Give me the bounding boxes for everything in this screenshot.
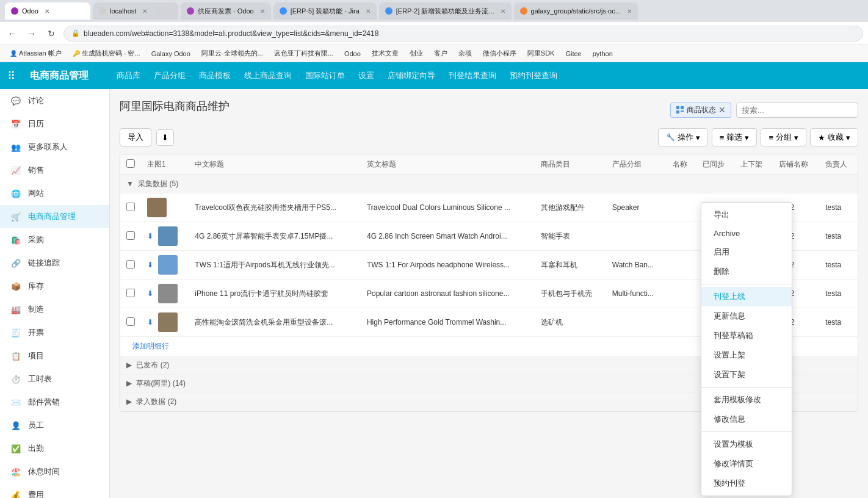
group-toggle-draft[interactable]: ▶ bbox=[126, 379, 132, 388]
sidebar-item-manufacturing[interactable]: 🏭 制造 bbox=[0, 298, 109, 321]
back-button[interactable]: ← bbox=[5, 26, 20, 41]
tab-supplier[interactable]: 供应商发票 - Odoo ✕ bbox=[181, 2, 271, 20]
sidebar-item-inventory[interactable]: 📦 库存 bbox=[0, 275, 109, 298]
add-detail-link[interactable]: 添加明细行 bbox=[126, 339, 175, 353]
bookmark-alisdk[interactable]: 阿里SDK bbox=[523, 48, 560, 59]
menu-export[interactable]: 导出 bbox=[701, 205, 792, 225]
url-bar[interactable]: 🔒 blueaden.com/web#action=3138&model=ali… bbox=[63, 26, 863, 42]
nav-store-binding[interactable]: 店铺绑定向导 bbox=[382, 67, 441, 85]
bookmark-aliyun[interactable]: 阿里云-全球领先的... bbox=[197, 48, 268, 59]
menu-set-online[interactable]: 设置上架 bbox=[701, 345, 792, 365]
menu-set-offline[interactable]: 设置下架 bbox=[701, 365, 792, 384]
group-toggle-input[interactable]: ▶ bbox=[126, 397, 132, 406]
group-button[interactable]: ≡ 分组 ▾ bbox=[761, 128, 806, 146]
tab-favicon bbox=[520, 7, 527, 15]
menu-set-as-template[interactable]: 设置为模板 bbox=[701, 435, 792, 454]
tab-jira2[interactable]: [ERP-2] 新增装箱功能及业务流... ✕ bbox=[379, 2, 512, 20]
menu-delete[interactable]: 删除 bbox=[701, 262, 792, 281]
tab-close[interactable]: ✕ bbox=[142, 8, 147, 15]
tab-favicon bbox=[187, 7, 194, 15]
sidebar-item-discussion[interactable]: 💬 讨论 bbox=[0, 89, 109, 112]
group-header-collected[interactable]: ▼ 采集数据 (5) bbox=[120, 175, 858, 193]
menu-update-info[interactable]: 更新信息 bbox=[701, 306, 792, 326]
bookmark-customer[interactable]: 客户 bbox=[429, 48, 452, 59]
sidebar-item-website[interactable]: 🌐 网站 bbox=[0, 182, 109, 205]
apps-grid-icon[interactable]: ⠿ bbox=[7, 69, 15, 82]
row-checkbox[interactable] bbox=[126, 203, 135, 211]
nav-product-groups[interactable]: 产品分组 bbox=[148, 67, 192, 85]
down-arrow-icon: ⬇ bbox=[147, 232, 153, 240]
select-all-checkbox[interactable] bbox=[126, 159, 135, 168]
bookmark-blue[interactable]: 蓝色亚丁科技有限... bbox=[269, 48, 338, 59]
bookmark-python[interactable]: python bbox=[588, 49, 618, 59]
favorites-button[interactable]: ★ 收藏 ▾ bbox=[810, 128, 858, 146]
menu-scheduled-publish[interactable]: 预约刊登 bbox=[701, 474, 792, 493]
sidebar-item-email-marketing[interactable]: ✉️ 邮件营销 bbox=[0, 391, 109, 414]
sidebar-item-links[interactable]: 🔗 链接追踪 bbox=[0, 251, 109, 275]
sidebar-item-calendar[interactable]: 📅 日历 bbox=[0, 112, 109, 135]
row-checkbox[interactable] bbox=[126, 317, 135, 326]
nav-scheduled-publish[interactable]: 预约刊登查询 bbox=[504, 67, 563, 85]
group-toggle-published[interactable]: ▶ bbox=[126, 361, 132, 369]
bookmark-startup[interactable]: 创业 bbox=[405, 48, 428, 59]
download-button[interactable]: ⬇ bbox=[156, 129, 174, 146]
sidebar-item-expenses[interactable]: 💰 费用 bbox=[0, 483, 109, 498]
row-checkbox[interactable] bbox=[126, 260, 135, 269]
tab-odoo[interactable]: Odoo ✕ bbox=[5, 2, 90, 20]
tab-close[interactable]: ✕ bbox=[45, 8, 49, 15]
row-checkbox[interactable] bbox=[126, 289, 135, 297]
menu-archive[interactable]: Archive bbox=[701, 225, 792, 242]
tab-jira[interactable]: [ERP-5] 装箱功能 - Jira ✕ bbox=[273, 2, 377, 20]
tab-localhost[interactable]: localhost ✕ bbox=[93, 2, 178, 20]
menu-enable[interactable]: 启用 bbox=[701, 242, 792, 262]
sidebar-item-employees[interactable]: 👤 员工 bbox=[0, 414, 109, 437]
menu-modify-info[interactable]: 修改信息 bbox=[701, 410, 792, 429]
tab-galaxy[interactable]: galaxy_group/static/src/js·oc... ✕ bbox=[514, 2, 638, 20]
nav-product-templates[interactable]: 商品模板 bbox=[193, 67, 237, 85]
row-checkbox[interactable] bbox=[126, 231, 135, 240]
sidebar-item-ecommerce[interactable]: 🛒 电商商品管理 bbox=[0, 205, 109, 228]
sidebar-item-invoicing[interactable]: 🧾 开票 bbox=[0, 321, 109, 344]
bookmark-wechat[interactable]: 微信小程序 bbox=[478, 48, 521, 59]
bookmark-gitee[interactable]: Gitee bbox=[560, 49, 586, 59]
time-off-icon: 🏖️ bbox=[10, 466, 22, 478]
sidebar-label: 日历 bbox=[28, 118, 44, 129]
bookmark-odoo[interactable]: Odoo bbox=[339, 49, 366, 59]
refresh-button[interactable]: ↻ bbox=[44, 26, 59, 41]
actions-button[interactable]: 🔧 操作 ▾ bbox=[658, 128, 708, 146]
tab-close[interactable]: ✕ bbox=[501, 8, 505, 15]
sidebar-label: 费用 bbox=[28, 489, 44, 498]
bookmark-galaxy[interactable]: Galaxy Odoo bbox=[146, 49, 195, 59]
bookmark-tech[interactable]: 技术文章 bbox=[367, 48, 403, 59]
bookmark-atlassian[interactable]: 👤 Atlassian 帐户 bbox=[5, 48, 67, 59]
sidebar-item-sales[interactable]: 📈 销售 bbox=[0, 159, 109, 182]
sidebar-item-timesheets[interactable]: ⏱️ 工时表 bbox=[0, 367, 109, 391]
sidebar-item-projects[interactable]: 📋 项目 bbox=[0, 344, 109, 367]
nav-publish-result[interactable]: 刊登结果查询 bbox=[443, 67, 502, 85]
group-toggle-collected[interactable]: ▼ bbox=[126, 179, 134, 188]
tab-close[interactable]: ✕ bbox=[260, 8, 265, 15]
bookmark-password[interactable]: 🔑 生成随机密码 - 密... bbox=[68, 48, 145, 59]
nav-products[interactable]: 商品库 bbox=[110, 67, 146, 85]
sidebar-item-purchase[interactable]: 🛍️ 采购 bbox=[0, 228, 109, 251]
nav-settings[interactable]: 设置 bbox=[352, 67, 380, 85]
forward-button[interactable]: → bbox=[24, 26, 39, 41]
sidebar-item-contacts[interactable]: 👥 更多联系人 bbox=[0, 135, 109, 159]
menu-publish-draft[interactable]: 刊登草稿箱 bbox=[701, 326, 792, 345]
import-button[interactable]: 导入 bbox=[120, 128, 151, 146]
bookmark-misc[interactable]: 杂项 bbox=[454, 48, 477, 59]
menu-apply-template[interactable]: 套用模板修改 bbox=[701, 390, 792, 410]
tab-close[interactable]: ✕ bbox=[366, 8, 371, 15]
search-input[interactable] bbox=[736, 103, 858, 118]
tab-close[interactable]: ✕ bbox=[627, 8, 632, 15]
nav-online-query[interactable]: 线上商品查询 bbox=[238, 67, 298, 85]
filter-button[interactable]: ≡ 筛选 ▾ bbox=[712, 128, 758, 146]
nav-intl-orders[interactable]: 国际站订单 bbox=[299, 67, 351, 85]
sidebar-item-attendance[interactable]: ✅ 出勤 bbox=[0, 437, 109, 460]
sidebar-item-time-off[interactable]: 🏖️ 休息时间 bbox=[0, 460, 109, 483]
menu-modify-detail-page[interactable]: 修改详情页 bbox=[701, 454, 792, 474]
product-thumb bbox=[158, 312, 178, 332]
filter-remove-button[interactable]: ✕ bbox=[718, 105, 726, 115]
group-chevron-icon: ▾ bbox=[794, 133, 798, 142]
menu-publish-online[interactable]: 刊登上线 bbox=[701, 287, 792, 306]
